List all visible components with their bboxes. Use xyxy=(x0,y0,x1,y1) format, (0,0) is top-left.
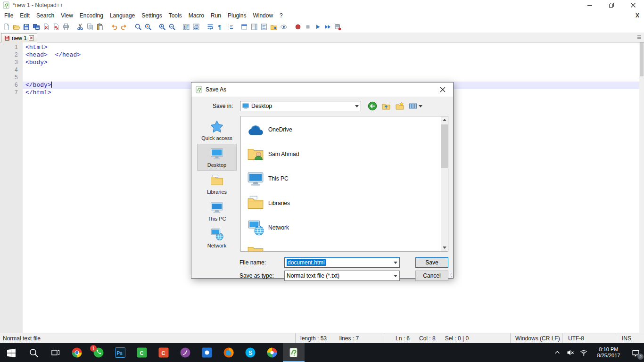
close-file-icon[interactable] xyxy=(42,23,50,31)
save-icon[interactable] xyxy=(22,23,31,31)
find-icon[interactable] xyxy=(134,23,142,31)
sidebar-item-libraries[interactable]: Libraries xyxy=(197,171,237,197)
paste-icon[interactable] xyxy=(96,23,104,31)
editor-scrollbar[interactable] xyxy=(639,42,644,333)
save-as-type-dropdown[interactable]: Normal text file (*.txt) xyxy=(284,271,400,281)
menu-item-file[interactable]: File xyxy=(1,10,17,21)
action-center-icon[interactable]: 2 xyxy=(627,343,644,362)
zoom-out-icon[interactable] xyxy=(168,23,176,31)
menu-item-window[interactable]: Window xyxy=(249,10,276,21)
user-defined-dialog-icon[interactable] xyxy=(240,23,248,31)
hidden-icons-chevron-icon[interactable] xyxy=(551,343,564,362)
sidebar-item-network[interactable]: Network xyxy=(197,224,237,251)
menu-item-settings[interactable]: Settings xyxy=(138,10,165,21)
taskbar-search-button[interactable] xyxy=(23,343,44,362)
create-new-folder-icon[interactable] xyxy=(395,102,405,110)
scroll-up-icon[interactable] xyxy=(441,116,448,123)
view-all-characters-icon[interactable]: ¶ xyxy=(216,23,224,31)
cancel-button[interactable]: Cancel xyxy=(415,271,448,281)
menu-item-view[interactable]: View xyxy=(58,10,76,21)
document-map-icon[interactable] xyxy=(250,23,258,31)
taskbar-chrome-button[interactable] xyxy=(66,343,88,362)
menu-item-help[interactable]: ? xyxy=(276,10,286,21)
file-item-sam-ahmad[interactable]: Sam Ahmad xyxy=(241,142,440,166)
run-macro-multiple-icon[interactable] xyxy=(323,23,332,31)
monitoring-icon[interactable] xyxy=(280,23,288,31)
taskbar-purple-app-button[interactable] xyxy=(174,343,196,362)
up-one-level-icon[interactable] xyxy=(381,102,391,110)
taskbar-camtasia-button[interactable]: C xyxy=(131,343,153,362)
close-all-icon[interactable] xyxy=(52,23,60,31)
dropdown-arrow-icon[interactable] xyxy=(353,101,361,111)
taskbar-start-button[interactable] xyxy=(0,343,23,362)
menu-item-edit[interactable]: Edit xyxy=(17,10,33,21)
network-wifi-icon[interactable] xyxy=(577,343,590,362)
menu-item-search[interactable]: Search xyxy=(33,10,58,21)
close-document-button[interactable]: X xyxy=(634,12,644,19)
file-name-input[interactable]: document.html xyxy=(284,257,400,268)
taskbar-skype-button[interactable]: S xyxy=(239,343,261,362)
scroll-down-icon[interactable] xyxy=(441,244,448,251)
file-item-libraries[interactable]: Libraries xyxy=(241,191,440,215)
open-file-icon[interactable] xyxy=(12,23,21,31)
taskbar-clock[interactable]: 8:10 PM 8/25/2017 xyxy=(590,346,627,359)
new-file-icon[interactable] xyxy=(2,23,11,31)
back-icon[interactable] xyxy=(368,101,377,111)
menu-item-plugins[interactable]: Plugins xyxy=(224,10,249,21)
save-in-dropdown[interactable]: Desktop xyxy=(240,101,361,111)
volume-muted-icon[interactable] xyxy=(564,343,577,362)
menu-item-tools[interactable]: Tools xyxy=(165,10,185,21)
save-recorded-macro-icon[interactable] xyxy=(333,23,342,31)
taskbar-notepad-plus-plus-button[interactable] xyxy=(283,343,305,362)
tab-new-1[interactable]: new 1 xyxy=(1,33,37,42)
resize-grip-icon[interactable] xyxy=(447,272,452,277)
file-item-folder[interactable] xyxy=(241,240,440,252)
scrollbar-thumb[interactable] xyxy=(441,124,448,168)
taskbar-colorful-app-button[interactable] xyxy=(261,343,283,362)
tab-close-icon[interactable] xyxy=(29,35,34,41)
zoom-in-icon[interactable] xyxy=(158,23,166,31)
print-icon[interactable] xyxy=(62,23,70,31)
indent-guide-icon[interactable] xyxy=(226,23,234,31)
taskbar-firefox-button[interactable] xyxy=(218,343,239,362)
menu-item-run[interactable]: Run xyxy=(207,10,224,21)
save-all-icon[interactable] xyxy=(32,23,41,31)
menu-item-encoding[interactable]: Encoding xyxy=(76,10,107,21)
redo-icon[interactable] xyxy=(120,23,128,31)
replace-icon[interactable] xyxy=(144,23,152,31)
folder-as-workspace-icon[interactable] xyxy=(270,23,278,31)
doc-list-icon[interactable] xyxy=(636,34,642,40)
minimize-button[interactable] xyxy=(579,0,601,10)
file-item-this-pc[interactable]: This PC xyxy=(241,166,440,191)
taskbar-c-app-button[interactable]: C xyxy=(153,343,174,362)
word-wrap-icon[interactable] xyxy=(206,23,215,31)
restore-button[interactable] xyxy=(601,0,622,10)
file-list-scrollbar[interactable] xyxy=(441,116,448,251)
playback-macro-icon[interactable] xyxy=(314,23,322,31)
file-item-network[interactable]: Network xyxy=(241,215,440,240)
file-list[interactable]: OneDriveSam AhmadThis PCLibrariesNetwork xyxy=(240,116,448,252)
taskbar-photoshop-button[interactable]: Ps xyxy=(109,343,131,362)
close-button[interactable] xyxy=(622,0,644,10)
stop-recording-icon[interactable] xyxy=(304,23,312,31)
menu-item-language[interactable]: Language xyxy=(107,10,138,21)
view-menu-icon[interactable] xyxy=(409,102,422,110)
function-list-icon[interactable] xyxy=(260,23,268,31)
type-dropdown-arrow-icon[interactable] xyxy=(391,271,399,280)
sync-horizontal-scroll-icon[interactable] xyxy=(192,23,200,31)
dialog-close-icon[interactable] xyxy=(432,82,453,97)
undo-icon[interactable] xyxy=(110,23,118,31)
file-item-onedrive[interactable]: OneDrive xyxy=(241,117,440,142)
editor-scrollbar-thumb[interactable] xyxy=(640,42,644,76)
copy-icon[interactable] xyxy=(86,23,94,31)
file-name-dropdown-arrow-icon[interactable] xyxy=(391,258,399,267)
save-button[interactable]: Save xyxy=(415,257,448,268)
taskbar-task-view-button[interactable] xyxy=(44,343,66,362)
taskbar-whatsapp-button[interactable]: 1 xyxy=(88,343,109,362)
sidebar-item-desktop[interactable]: Desktop xyxy=(197,144,237,171)
cut-icon[interactable] xyxy=(76,23,84,31)
menu-item-macro[interactable]: Macro xyxy=(185,10,207,21)
record-macro-icon[interactable] xyxy=(294,23,302,31)
taskbar-blue-app-button[interactable] xyxy=(196,343,218,362)
sidebar-item-this-pc[interactable]: This PC xyxy=(197,197,237,224)
